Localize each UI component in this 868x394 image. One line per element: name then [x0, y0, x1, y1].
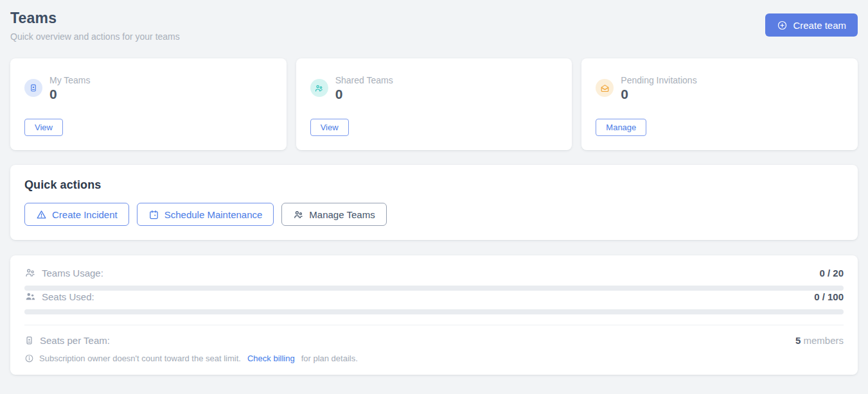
seats-per-team-unit: members: [803, 335, 844, 346]
view-shared-teams-button[interactable]: View: [310, 119, 349, 136]
create-incident-button[interactable]: Create Incident: [24, 203, 129, 226]
create-incident-label: Create Incident: [52, 209, 118, 220]
stat-card-my-teams: My Teams 0 View: [10, 58, 287, 150]
check-billing-link[interactable]: Check billing: [247, 354, 295, 363]
page-title: Teams: [10, 10, 180, 27]
stat-card-shared-teams: Shared Teams 0 View: [296, 58, 572, 150]
view-my-teams-button[interactable]: View: [24, 119, 63, 136]
seats-per-team-value: 5 members: [795, 335, 844, 346]
seats-per-team-row: Seats per Team: 5 members: [24, 334, 844, 346]
stat-label: Pending Invitations: [621, 75, 696, 85]
users-outline-icon: [24, 267, 36, 278]
quick-actions-card: Quick actions Create Incident: [10, 165, 858, 240]
seats-used-row: Seats Used: 0 / 100: [24, 291, 844, 302]
plus-circle-icon: [777, 20, 788, 31]
stat-value: 0: [335, 87, 393, 101]
quick-actions-buttons: Create Incident Schedule Maintenance: [24, 203, 844, 226]
manage-teams-label: Manage Teams: [309, 209, 375, 220]
seats-used-value: 0 / 100: [814, 291, 844, 302]
teams-usage-progressbar: [24, 286, 844, 291]
warning-triangle-icon: [36, 209, 47, 220]
contact-badge-icon: [24, 336, 34, 345]
stat-label: My Teams: [49, 75, 91, 85]
manage-invitations-button[interactable]: Manage: [596, 119, 646, 136]
stat-label: Shared Teams: [335, 75, 393, 85]
create-team-label: Create team: [793, 20, 846, 31]
note-text: Subscription owner doesn't count toward …: [39, 354, 241, 363]
teams-usage-value: 0 / 20: [819, 268, 844, 278]
stat-value: 0: [621, 87, 696, 101]
users-icon: [310, 79, 328, 97]
seats-per-team-label: Seats per Team:: [40, 335, 110, 346]
info-circle-icon: [24, 354, 34, 363]
teams-page: Teams Quick overview and actions for you…: [0, 0, 868, 375]
seats-used-label: Seats Used:: [42, 291, 94, 302]
page-header: Teams Quick overview and actions for you…: [10, 10, 858, 42]
contact-badge-icon: [24, 79, 42, 97]
header-text: Teams Quick overview and actions for you…: [10, 10, 180, 42]
teams-usage-label: Teams Usage:: [42, 268, 103, 278]
mail-open-icon: [596, 79, 614, 97]
users-icon: [293, 209, 304, 220]
stat-card-pending-invitations: Pending Invitations 0 Manage: [581, 58, 858, 150]
usage-card: Teams Usage: 0 / 20 Seats Used: 0 / 100: [10, 255, 858, 375]
note-suffix: for plan details.: [301, 354, 358, 363]
users-filled-icon: [24, 291, 36, 302]
seats-used-progressbar: [24, 309, 844, 314]
stat-value: 0: [49, 87, 91, 101]
quick-actions-title: Quick actions: [24, 178, 844, 192]
divider: [24, 325, 844, 325]
schedule-maintenance-label: Schedule Maintenance: [164, 209, 263, 220]
page-subtitle: Quick overview and actions for your team…: [10, 31, 180, 42]
create-team-button[interactable]: Create team: [765, 13, 858, 37]
manage-teams-button[interactable]: Manage Teams: [281, 203, 386, 226]
seat-limit-note: Subscription owner doesn't count toward …: [24, 354, 844, 363]
calendar-icon: [148, 209, 159, 220]
teams-usage-row: Teams Usage: 0 / 20: [24, 267, 844, 278]
schedule-maintenance-button[interactable]: Schedule Maintenance: [137, 203, 274, 226]
stats-row: My Teams 0 View Shared Teams: [10, 58, 858, 150]
